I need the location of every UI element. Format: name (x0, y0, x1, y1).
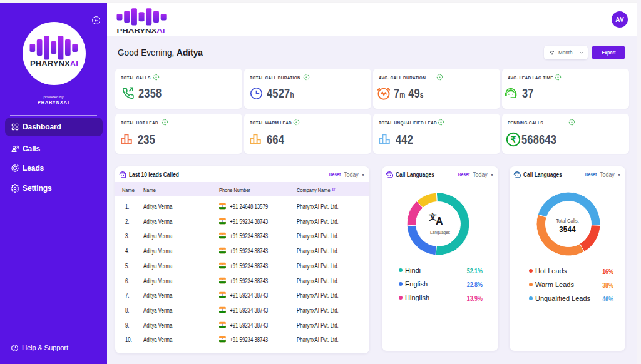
svg-text:PHARYNXAI: PHARYNXAI (30, 59, 78, 68)
svg-text:₹: ₹ (511, 135, 516, 144)
svg-text:PHARYNXAI: PHARYNXAI (117, 27, 165, 33)
